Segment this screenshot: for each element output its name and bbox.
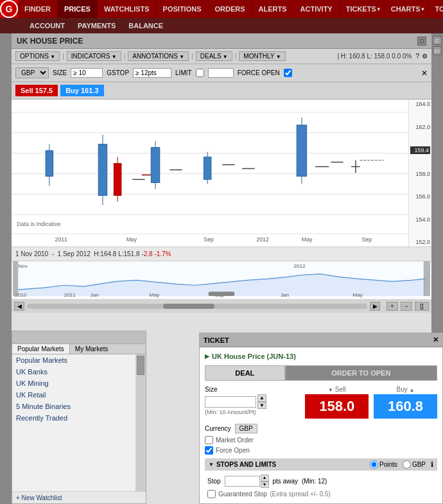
svg-rect-53 xyxy=(424,261,430,296)
scroll-thumb[interactable] xyxy=(163,304,214,309)
svg-text:2011: 2011 xyxy=(64,292,76,298)
limit-label: LIMIT xyxy=(175,69,192,76)
gbp-radio[interactable] xyxy=(403,460,411,469)
change-pct: -1.7% xyxy=(154,250,171,257)
price-154: 154.0 xyxy=(410,216,430,223)
pts-min-label: (Min: 12) xyxy=(302,478,327,485)
chart-restore-btn[interactable]: □ xyxy=(417,37,426,46)
fit-btn[interactable]: [] xyxy=(415,302,429,311)
deal-bar-close[interactable]: ✕ xyxy=(421,69,428,78)
deals-btn[interactable]: DEALS xyxy=(196,51,232,61)
limit-input[interactable] xyxy=(208,68,234,78)
force-open-checkbox[interactable] xyxy=(284,69,292,77)
nav-tickets[interactable]: TICKETS xyxy=(340,0,385,18)
options-btn[interactable]: OPTIONS xyxy=(15,51,60,61)
stop-input[interactable] xyxy=(225,476,260,487)
sell-button[interactable]: Sell 157.5 xyxy=(15,85,58,96)
list-item-popular[interactable]: Popular Markets xyxy=(12,354,135,366)
scroll-right-btn[interactable]: ▶ xyxy=(370,302,380,311)
points-radio[interactable] xyxy=(370,460,378,469)
new-watchlist-btn[interactable]: + New Watchlist xyxy=(16,494,62,501)
currency-row: Currency GBP xyxy=(205,424,437,433)
guaranteed-stop-checkbox[interactable] xyxy=(207,490,216,498)
guaranteed-stop-hint: (Extra spread +/- 0.5) xyxy=(270,491,331,498)
info-icon[interactable]: ℹ xyxy=(431,460,433,469)
buy-price-btn[interactable]: 160.8 xyxy=(374,394,437,419)
svg-text:2012: 2012 xyxy=(256,236,268,243)
right-btn-2[interactable]: Cr xyxy=(433,46,442,55)
nav-account[interactable]: ACCOUNT xyxy=(23,18,71,33)
tab-deal[interactable]: DEAL xyxy=(205,365,285,381)
size-input[interactable] xyxy=(71,68,103,78)
nav-charts[interactable]: CHARTS xyxy=(385,0,429,18)
size-down-btn[interactable]: ▼ xyxy=(257,402,266,410)
force-open-row: Force Open xyxy=(205,446,437,455)
second-nav: ACCOUNT PAYMENTS BALANCE xyxy=(0,18,443,33)
svg-rect-54 xyxy=(209,291,235,296)
nav-too[interactable]: TOO xyxy=(428,0,443,18)
nav-balance[interactable]: BALANCE xyxy=(122,18,169,33)
annotations-btn[interactable]: ANNOTATIONS xyxy=(128,51,189,61)
indicators-btn[interactable]: INDICATORS xyxy=(67,51,121,61)
price-158: 158.0 xyxy=(410,171,430,177)
currency-label: Currency xyxy=(205,425,231,432)
list-item-recently[interactable]: Recently Traded xyxy=(12,412,135,424)
size-field[interactable] xyxy=(205,396,256,408)
stops-section-header[interactable]: ▼ STOPS AND LIMITS Points GBP ℹ xyxy=(205,458,437,471)
stop-down-btn[interactable]: ▼ xyxy=(261,482,269,488)
tab-order-to-open[interactable]: ORDER TO OPEN xyxy=(285,365,437,381)
zoom-out-btn[interactable]: − xyxy=(401,302,412,311)
guaranteed-stop-label: Guaranteed Stop xyxy=(218,491,267,498)
ticket-instrument-row: ▶ UK House Price (JUN-13) xyxy=(205,352,437,360)
watchlist-tab-my[interactable]: My Markets xyxy=(70,344,114,354)
gbp-radio-label[interactable]: GBP xyxy=(403,460,426,469)
nav-payments[interactable]: PAYMENTS xyxy=(71,18,122,33)
chart-title: UK HOUSE PRICE xyxy=(17,37,416,46)
sell-price-btn[interactable]: 158.0 xyxy=(305,394,369,419)
watchlist-tab-popular[interactable]: Popular Markets xyxy=(12,344,70,354)
points-radio-label[interactable]: Points xyxy=(370,460,397,469)
size-up-btn[interactable]: ▲ xyxy=(257,394,266,402)
nav-finder[interactable]: FINDER xyxy=(18,0,58,18)
monthly-btn[interactable]: MONTHLY xyxy=(239,51,285,61)
l-label: L: xyxy=(118,250,123,257)
watchlist-panel: Popular Markets My Markets Popular Marke… xyxy=(12,331,146,504)
zoom-in-btn[interactable]: + xyxy=(387,302,398,311)
watchlist-list: Popular Markets UK Banks UK Mining UK Re… xyxy=(12,354,135,491)
sep2: | xyxy=(124,53,126,60)
nav-positions[interactable]: POSITIONS xyxy=(157,0,209,18)
svg-text:May: May xyxy=(352,292,362,298)
settings-icon[interactable]: ⚙ xyxy=(422,53,428,60)
svg-text:Jan: Jan xyxy=(91,292,99,298)
svg-text:2012: 2012 xyxy=(293,263,306,269)
nav-orders[interactable]: ORDERS xyxy=(209,0,252,18)
svg-rect-10 xyxy=(98,144,107,196)
help-icon[interactable]: ? xyxy=(415,53,419,60)
ticket-close-btn[interactable]: ✕ xyxy=(433,336,439,344)
nav-alerts[interactable]: ALERTS xyxy=(252,0,294,18)
svg-rect-13 xyxy=(114,164,121,196)
nav-watchlists[interactable]: WATCHLISTS xyxy=(98,0,157,18)
svg-text:Sep: Sep xyxy=(362,236,372,243)
limit-checkbox[interactable] xyxy=(196,69,204,77)
list-item-binaries[interactable]: 5 Minute Binaries xyxy=(12,401,135,412)
list-item-mining[interactable]: UK Mining xyxy=(12,378,135,389)
sell-text: Sell xyxy=(335,386,346,393)
gstop-input[interactable] xyxy=(133,68,171,78)
buy-button[interactable]: Buy 161.3 xyxy=(60,85,103,96)
ticket-tabs: DEAL ORDER TO OPEN xyxy=(205,365,437,381)
list-item-banks[interactable]: UK Banks xyxy=(12,366,135,378)
nav-prices[interactable]: PRICES xyxy=(58,0,98,18)
list-item-retail[interactable]: UK Retail xyxy=(12,389,135,401)
market-order-checkbox[interactable] xyxy=(205,436,213,444)
watchlist-scroll-thumb[interactable] xyxy=(137,356,144,375)
stop-up-btn[interactable]: ▲ xyxy=(261,474,269,481)
currency-select[interactable]: GBP xyxy=(15,67,49,78)
size-hint: (Min: 10 Amount/Pt) xyxy=(205,409,300,415)
nav-activity[interactable]: ACTIVITY xyxy=(294,0,340,18)
force-open-ticket-checkbox[interactable] xyxy=(205,446,213,455)
scroll-left-btn[interactable]: ◀ xyxy=(14,302,24,311)
l-value: 151.8 xyxy=(124,250,140,257)
trade-buttons: Sell 157.5 Buy 161.3 xyxy=(12,82,431,100)
right-btn-1[interactable]: C xyxy=(433,36,442,45)
